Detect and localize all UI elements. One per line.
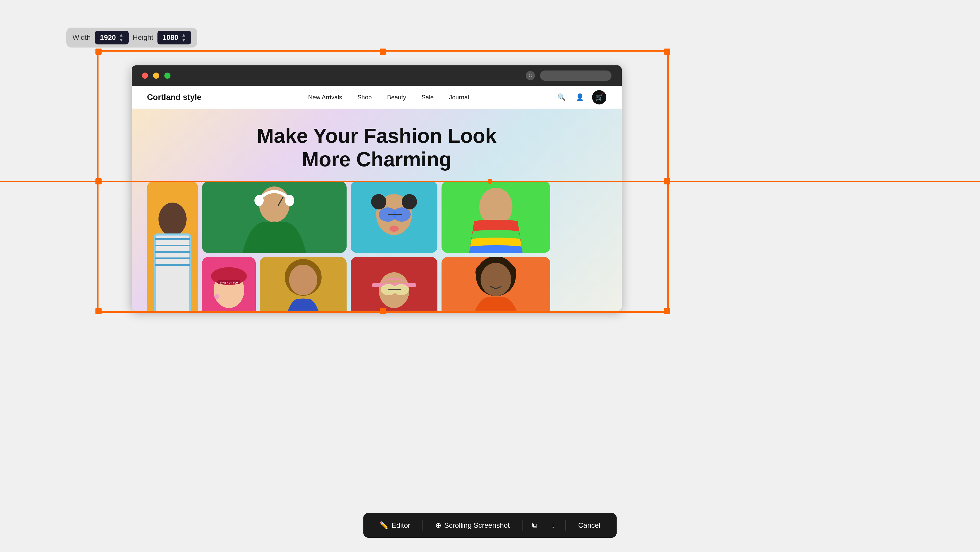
toolbar-divider-2	[522, 520, 522, 531]
svg-rect-7	[155, 264, 190, 266]
svg-point-24	[215, 294, 220, 299]
handle-mid-left[interactable]	[95, 178, 102, 184]
nav-icons: 🔍 👤 🛒	[555, 90, 606, 104]
copy-icon: ⧉	[532, 521, 537, 530]
site-logo: Cortland style	[147, 93, 201, 102]
svg-point-18	[390, 225, 399, 232]
handle-bottom-left[interactable]	[95, 308, 102, 314]
width-down-arrow[interactable]: ▼	[119, 38, 124, 42]
handle-top-left[interactable]	[95, 48, 102, 55]
svg-point-13	[371, 194, 387, 209]
svg-point-9	[255, 195, 264, 206]
width-input[interactable]: 1920 ▲ ▼	[95, 31, 129, 45]
photo-card-man	[147, 181, 198, 311]
browser-dot-green[interactable]	[164, 73, 170, 79]
photo-card-green-hoodie	[202, 181, 347, 253]
orange-hoodie-svg	[442, 257, 550, 311]
toolbar-divider-3	[565, 520, 566, 531]
crush-svg: CRUSH ON YOU	[202, 257, 256, 311]
scrolling-icon: ⊕	[435, 521, 441, 530]
photo-card-blue-shirt	[260, 257, 347, 311]
handle-top-right[interactable]	[664, 48, 670, 55]
svg-point-40	[480, 263, 511, 296]
sunglasses-svg	[351, 181, 438, 253]
editor-button[interactable]: ✏️ Editor	[371, 517, 418, 534]
width-arrows[interactable]: ▲ ▼	[119, 33, 124, 42]
cancel-button[interactable]: Cancel	[570, 517, 608, 534]
photo-card-pink-cap	[351, 257, 438, 311]
browser-reload-icon[interactable]: ↻	[526, 71, 535, 80]
nav-journal[interactable]: Journal	[449, 94, 469, 101]
browser-dot-red[interactable]	[142, 73, 148, 79]
handle-mid-right[interactable]	[664, 178, 670, 184]
svg-point-14	[402, 194, 417, 209]
browser-dot-yellow[interactable]	[153, 73, 159, 79]
svg-point-0	[159, 203, 186, 236]
height-value: 1080	[162, 34, 178, 41]
handle-top-mid[interactable]	[380, 48, 386, 55]
editor-label: Editor	[391, 521, 410, 530]
photo-card-crush: CRUSH ON YOU	[202, 257, 256, 311]
nav-links: New Arrivals Shop Beauty Sale Journal	[222, 94, 555, 101]
svg-rect-4	[155, 245, 190, 246]
svg-rect-6	[155, 257, 190, 259]
bottom-toolbar: ✏️ Editor ⊕ Scrolling Screenshot ⧉ ↓ Can…	[363, 513, 617, 538]
height-input[interactable]: 1080 ▲ ▼	[158, 31, 191, 45]
scrolling-label: Scrolling Screenshot	[444, 521, 510, 530]
nav-new-arrivals[interactable]: New Arrivals	[308, 94, 342, 101]
hero-title: Make Your Fashion Look More Charming	[147, 124, 606, 171]
svg-rect-3	[155, 238, 190, 240]
nav-beauty[interactable]: Beauty	[387, 94, 406, 101]
browser-window: ↻ Cortland style New Arrivals Shop Beaut…	[132, 65, 622, 311]
green-hoodie-svg	[202, 181, 347, 253]
man-svg	[147, 181, 198, 311]
height-arrows[interactable]: ▲ ▼	[181, 33, 186, 42]
photo-card-orange-hoodie	[442, 257, 550, 311]
nav-sale[interactable]: Sale	[422, 94, 434, 101]
svg-text:CRUSH ON YOU: CRUSH ON YOU	[220, 281, 238, 284]
width-label: Width	[73, 34, 91, 41]
height-label: Height	[133, 34, 153, 41]
download-icon: ↓	[551, 521, 555, 530]
width-value: 1920	[100, 34, 116, 41]
svg-rect-5	[155, 251, 190, 253]
browser-chrome: ↻	[132, 65, 622, 86]
height-down-arrow[interactable]: ▼	[181, 38, 186, 42]
search-icon-button[interactable]: 🔍	[555, 91, 568, 104]
browser-address-bar[interactable]	[540, 70, 611, 81]
toolbar-divider-1	[423, 520, 423, 531]
site-nav: Cortland style New Arrivals Shop Beauty …	[132, 86, 622, 109]
nav-shop[interactable]: Shop	[358, 94, 372, 101]
width-up-arrow[interactable]: ▲	[119, 33, 124, 37]
height-up-arrow[interactable]: ▲	[181, 33, 186, 37]
editor-icon: ✏️	[380, 521, 388, 530]
website-content: Cortland style New Arrivals Shop Beauty …	[132, 86, 622, 311]
download-button[interactable]: ↓	[545, 517, 561, 534]
user-icon-button[interactable]: 👤	[574, 91, 586, 104]
photo-grid: CRUSH ON YOU	[147, 181, 606, 311]
scrolling-screenshot-button[interactable]: ⊕ Scrolling Screenshot	[427, 517, 518, 534]
copy-button[interactable]: ⧉	[527, 517, 543, 534]
striped-woman-svg	[442, 181, 550, 253]
dimension-controls: Width 1920 ▲ ▼ Height 1080 ▲ ▼	[66, 27, 197, 48]
svg-point-30	[289, 265, 317, 295]
svg-point-10	[285, 195, 294, 206]
photo-card-sunglasses	[351, 181, 438, 253]
hero-section: Make Your Fashion Look More Charming	[132, 109, 622, 311]
blue-shirt-svg	[260, 257, 347, 311]
photo-card-striped-woman	[442, 181, 550, 253]
handle-bottom-right[interactable]	[664, 308, 670, 314]
pink-cap-svg	[351, 257, 438, 311]
cart-icon-button[interactable]: 🛒	[592, 90, 606, 104]
